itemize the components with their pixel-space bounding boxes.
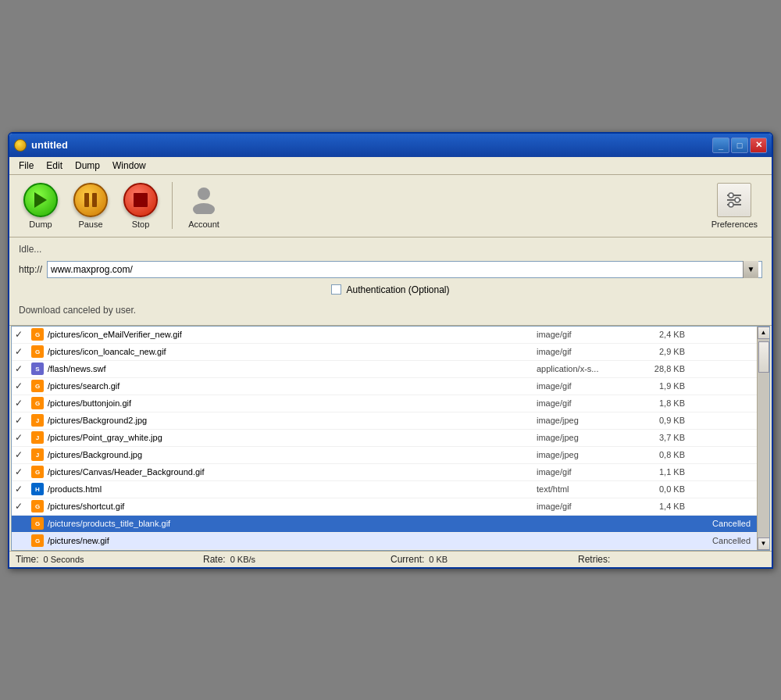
file-list: ✓ G /pictures/icon_eMailVerifier_new.gif… — [12, 327, 757, 550]
file-type: text/html — [537, 484, 630, 494]
file-type: image/jpeg — [537, 433, 630, 442]
check-mark: ✓ — [15, 415, 27, 426]
file-size: 3,7 KB — [633, 433, 688, 442]
file-row[interactable]: ✓ G /pictures/Canvas/Header_Background.g… — [12, 464, 757, 481]
file-icon: G — [30, 345, 45, 359]
file-row[interactable]: ✓ S /flash/news.swf application/x-s... 2… — [12, 361, 757, 378]
minimize-button[interactable]: _ — [712, 138, 729, 153]
account-label: Account — [188, 220, 219, 229]
menu-file[interactable]: File — [12, 159, 40, 173]
pause-label: Pause — [78, 220, 102, 229]
dump-icon — [23, 183, 58, 217]
url-input[interactable] — [51, 264, 743, 275]
rate-label: Rate: — [203, 554, 226, 565]
maximize-button[interactable]: □ — [731, 138, 748, 153]
file-row[interactable]: ✓ H /products.html text/html 0,0 KB — [12, 481, 757, 498]
file-type: image/gif — [537, 330, 630, 339]
scroll-thumb[interactable] — [758, 341, 769, 373]
stop-square-icon — [134, 193, 148, 207]
file-type: image/gif — [537, 467, 630, 477]
auth-checkbox[interactable] — [331, 284, 341, 295]
check-mark: ✓ — [15, 363, 27, 374]
file-row[interactable]: ✓ J /pictures/Background2.jpg image/jpeg… — [12, 412, 757, 430]
file-icon: G — [30, 534, 45, 548]
url-input-container[interactable]: ▼ — [47, 261, 762, 278]
time-value: 0 Seconds — [44, 555, 84, 564]
file-name: /products.html — [48, 484, 533, 494]
titlebar-buttons: _ □ ✕ — [712, 138, 767, 153]
file-icon: H — [30, 482, 45, 496]
statusbar: Time: 0 Seconds Rate: 0 KB/s Current: 0 … — [9, 551, 772, 567]
file-icon: G — [30, 396, 45, 410]
account-button[interactable]: Account — [180, 180, 227, 232]
file-row[interactable]: G /pictures/new.gif Cancelled — [12, 533, 757, 550]
file-name: /pictures/icon_eMailVerifier_new.gif — [48, 330, 533, 339]
file-row[interactable]: ✓ J /pictures/Point_gray_white.jpg image… — [12, 430, 757, 447]
menubar: File Edit Dump Window — [9, 157, 772, 175]
file-name: /pictures/products_title_blank.gif — [48, 519, 533, 528]
menu-window[interactable]: Window — [106, 159, 152, 173]
stop-icon — [123, 183, 158, 217]
file-icon: G — [30, 379, 45, 393]
file-status: Cancelled — [691, 536, 754, 545]
dump-button[interactable]: Dump — [17, 180, 64, 232]
toolbar: Dump Pause Stop — [9, 175, 772, 238]
file-name: /pictures/Background.jpg — [48, 450, 533, 459]
file-icon: G — [30, 499, 45, 513]
check-mark: ✓ — [15, 432, 27, 443]
file-row[interactable]: G /pictures/products_title_blank.gif Can… — [12, 516, 757, 533]
scroll-down-button[interactable]: ▼ — [758, 538, 770, 550]
scrollbar[interactable]: ▲ ▼ — [757, 327, 769, 550]
preferences-label: Preferences — [711, 220, 758, 229]
file-name: /pictures/new.gif — [48, 536, 533, 545]
check-mark: ✓ — [15, 449, 27, 460]
check-mark: ✓ — [15, 501, 27, 512]
retries-label: Retries: — [578, 554, 610, 565]
statusbar-time: Time: 0 Seconds — [16, 554, 203, 565]
file-size: 0,9 KB — [633, 416, 688, 425]
file-size: 1,1 KB — [633, 467, 688, 477]
file-type: image/gif — [537, 502, 630, 511]
check-mark: ✓ — [15, 380, 27, 391]
account-icon — [187, 183, 221, 217]
statusbar-current: Current: 0 KB — [390, 554, 578, 565]
stop-label: Stop — [132, 220, 150, 229]
file-icon: S — [30, 362, 45, 376]
file-name: /pictures/Canvas/Header_Background.gif — [48, 467, 533, 477]
app-icon — [14, 139, 27, 152]
check-mark — [15, 535, 27, 546]
menu-dump[interactable]: Dump — [69, 159, 106, 173]
auth-label: Authentication (Optional) — [346, 284, 449, 295]
file-row[interactable]: ✓ G /pictures/buttonjoin.gif image/gif 1… — [12, 395, 757, 412]
file-type: image/jpeg — [537, 450, 630, 459]
preferences-button[interactable]: Preferences — [705, 180, 764, 232]
file-row[interactable]: ✓ G /pictures/icon_eMailVerifier_new.gif… — [12, 327, 757, 344]
url-dropdown-button[interactable]: ▼ — [743, 261, 758, 278]
pause-bars-icon — [84, 193, 97, 207]
file-row[interactable]: ✓ G /pictures/icon_loancalc_new.gif imag… — [12, 344, 757, 361]
file-row[interactable]: ✓ G /pictures/shortcut.gif image/gif 1,4… — [12, 498, 757, 516]
preferences-icon — [717, 183, 751, 217]
svg-point-5 — [729, 193, 733, 198]
check-mark: ✓ — [15, 346, 27, 357]
file-name: /pictures/shortcut.gif — [48, 502, 533, 511]
svg-point-0 — [198, 188, 210, 200]
file-row[interactable]: ✓ G /pictures/search.gif image/gif 1,9 K… — [12, 378, 757, 395]
file-name: /pictures/Background2.jpg — [48, 416, 533, 425]
file-icon: G — [30, 327, 45, 341]
stop-button[interactable]: Stop — [117, 180, 164, 232]
file-row[interactable]: ✓ J /pictures/Background.jpg image/jpeg … — [12, 447, 757, 464]
svg-point-1 — [193, 203, 215, 214]
file-type: image/gif — [537, 398, 630, 408]
close-button[interactable]: ✕ — [750, 138, 767, 153]
pause-button[interactable]: Pause — [67, 180, 114, 232]
rate-value: 0 KB/s — [230, 555, 255, 564]
time-label: Time: — [16, 554, 39, 565]
window-title: untitled — [31, 139, 68, 151]
play-triangle-icon — [34, 192, 47, 208]
menu-edit[interactable]: Edit — [40, 159, 69, 173]
scroll-track[interactable] — [758, 339, 770, 538]
file-status: Cancelled — [691, 519, 754, 528]
file-type: image/jpeg — [537, 416, 630, 425]
scroll-up-button[interactable]: ▲ — [758, 327, 770, 339]
